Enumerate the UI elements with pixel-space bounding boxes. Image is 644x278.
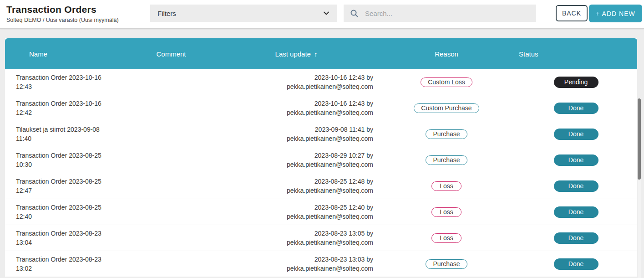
main-area: Name Comment Last update↑ Reason Status … — [0, 29, 644, 278]
status-badge: Pending — [554, 77, 598, 88]
last-update-email: pekka.pietikainen@solteq.com — [201, 108, 373, 117]
transaction-orders-table: Name Comment Last update↑ Reason Status … — [5, 38, 637, 277]
last-update-email: pekka.pietikainen@solteq.com — [201, 134, 373, 143]
table-row[interactable]: Transaction Order 2023-08-23 13:02 2023-… — [5, 251, 637, 277]
status-badge: Done — [554, 232, 598, 244]
status-badge: Done — [554, 180, 598, 192]
order-last-update: 2023-10-16 12:43 by pekka.pietikainen@so… — [201, 99, 378, 117]
filters-label: Filters — [157, 10, 176, 17]
last-update-email: pekka.pietikainen@solteq.com — [201, 82, 373, 91]
table-row[interactable]: Transaction Order 2023-08-23 13:04 2023-… — [5, 225, 637, 251]
order-name: Transaction Order 2023-08-25 10:30 — [5, 151, 117, 169]
last-update-email: pekka.pietikainen@solteq.com — [201, 238, 373, 247]
last-update-datetime: 2023-10-16 12:43 by — [201, 73, 373, 82]
column-header-status[interactable]: Status — [515, 50, 637, 58]
column-header-reason[interactable]: Reason — [378, 50, 515, 58]
table-row[interactable]: Transaction Order 2023-08-25 10:30 2023-… — [5, 147, 637, 173]
order-last-update: 2023-08-29 10:27 by pekka.pietikainen@so… — [201, 151, 378, 169]
last-update-email: pekka.pietikainen@solteq.com — [201, 264, 373, 273]
vertical-scrollbar[interactable] — [638, 98, 641, 278]
reason-badge[interactable]: Loss — [431, 233, 461, 243]
last-update-datetime: 2023-08-23 13:03 by — [201, 255, 373, 264]
order-name: Transaction Order 2023-08-23 13:02 — [5, 255, 117, 273]
page-title: Transaction Orders — [6, 4, 119, 15]
order-name: Transaction Order 2023-08-25 12:47 — [5, 177, 117, 195]
filters-dropdown[interactable]: Filters — [150, 5, 337, 22]
table-header-row: Name Comment Last update↑ Reason Status — [5, 38, 637, 69]
order-last-update: 2023-08-23 13:03 by pekka.pietikainen@so… — [201, 255, 378, 273]
status-badge: Done — [554, 206, 598, 218]
reason-badge[interactable]: Loss — [431, 207, 461, 217]
last-update-datetime: 2023-09-08 11:41 by — [201, 125, 373, 134]
sort-ascending-icon[interactable]: ↑ — [314, 50, 318, 58]
last-update-email: pekka.pietikainen@solteq.com — [201, 160, 373, 169]
status-badge: Done — [554, 129, 598, 140]
table-row[interactable]: Transaction Order 2023-10-16 12:42 2023-… — [5, 95, 637, 121]
last-update-datetime: 2023-08-29 10:27 by — [201, 151, 373, 160]
last-update-email: pekka.pietikainen@solteq.com — [201, 186, 373, 195]
last-update-datetime: 2023-08-25 12:40 by — [201, 203, 373, 212]
last-update-email: pekka.pietikainen@solteq.com — [201, 212, 373, 221]
order-last-update: 2023-08-23 13:05 by pekka.pietikainen@so… — [201, 229, 378, 247]
order-last-update: 2023-08-25 12:40 by pekka.pietikainen@so… — [201, 203, 378, 221]
reason-badge[interactable]: Custom Purchase — [414, 103, 479, 113]
status-badge: Done — [554, 103, 598, 114]
back-button[interactable]: BACK — [556, 5, 588, 21]
search-box[interactable] — [344, 5, 536, 22]
top-bar: Transaction Orders Solteq DEMO / Uusi va… — [0, 0, 644, 29]
add-new-button[interactable]: + ADD NEW — [589, 5, 642, 22]
table-row[interactable]: Transaction Order 2023-10-16 12:43 2023-… — [5, 69, 637, 95]
scrollbar-thumb[interactable] — [638, 98, 641, 180]
last-update-datetime: 2023-10-16 12:43 by — [201, 99, 373, 108]
table-row[interactable]: Tilaukset ja siirrot 2023-09-08 11:40 20… — [5, 121, 637, 147]
order-last-update: 2023-09-08 11:41 by pekka.pietikainen@so… — [201, 125, 378, 143]
status-badge: Done — [554, 258, 598, 270]
column-header-comment[interactable]: Comment — [142, 50, 201, 58]
table-row[interactable]: Transaction Order 2023-08-25 12:40 2023-… — [5, 199, 637, 225]
reason-badge[interactable]: Loss — [431, 181, 461, 191]
reason-badge[interactable]: Purchase — [426, 155, 467, 165]
order-name: Transaction Order 2023-10-16 12:43 — [5, 73, 117, 91]
order-name: Transaction Order 2023-08-23 13:04 — [5, 229, 117, 247]
chevron-down-icon — [323, 10, 330, 17]
search-icon — [350, 9, 359, 18]
title-block: Transaction Orders Solteq DEMO / Uusi va… — [6, 4, 119, 23]
order-name: Transaction Order 2023-08-25 12:40 — [5, 203, 117, 221]
last-update-datetime: 2023-08-25 12:48 by — [201, 177, 373, 186]
reason-badge[interactable]: Purchase — [426, 129, 467, 139]
order-name: Transaction Order 2023-10-16 12:42 — [5, 99, 117, 117]
table-body: Transaction Order 2023-10-16 12:43 2023-… — [5, 69, 637, 277]
order-last-update: 2023-08-25 12:48 by pekka.pietikainen@so… — [201, 177, 378, 195]
table-row[interactable]: Transaction Order 2023-08-25 12:47 2023-… — [5, 173, 637, 199]
last-update-datetime: 2023-08-23 13:05 by — [201, 229, 373, 238]
order-last-update: 2023-10-16 12:43 by pekka.pietikainen@so… — [201, 73, 378, 91]
page-subtitle: Solteq DEMO / Uusi varasto (Uusi myymälä… — [6, 17, 119, 23]
reason-badge[interactable]: Purchase — [426, 259, 467, 269]
search-input[interactable] — [364, 9, 530, 18]
order-name: Tilaukset ja siirrot 2023-09-08 11:40 — [5, 125, 117, 143]
reason-badge[interactable]: Custom Loss — [421, 77, 472, 87]
status-badge: Done — [554, 154, 598, 166]
column-header-name[interactable]: Name — [5, 50, 142, 58]
column-header-last-update[interactable]: Last update↑ — [201, 50, 378, 58]
